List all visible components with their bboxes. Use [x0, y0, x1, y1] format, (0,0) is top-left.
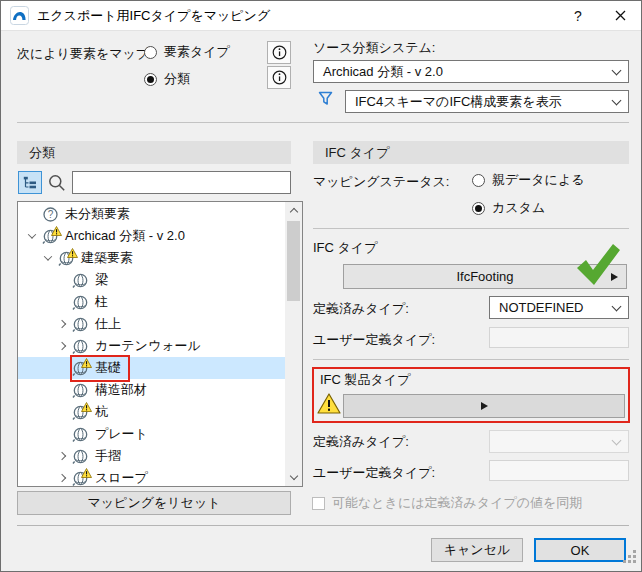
radio-checked-icon: [472, 202, 485, 215]
ifc-type-label: IFC タイプ: [313, 239, 377, 257]
tree-item-finish[interactable]: 仕上: [18, 313, 286, 335]
predefined-type-select[interactable]: NOTDEFINED: [489, 296, 629, 319]
tree-item-content: Archicad 分類 - v 2.0: [40, 225, 194, 247]
classification-icon: [58, 250, 75, 267]
tree-item-curtain-wall[interactable]: カーテンウォール: [18, 335, 286, 357]
tree-item-slope[interactable]: スロープ: [18, 467, 286, 487]
flyout-arrow-icon: [481, 402, 488, 410]
source-system-select[interactable]: Archicad 分類 - v 2.0: [313, 60, 629, 83]
tree-item-label: 建築要素: [81, 249, 133, 267]
cancel-button[interactable]: キャンセル: [431, 538, 523, 562]
scroll-down-button[interactable]: [285, 469, 302, 486]
ok-button[interactable]: OK: [534, 538, 626, 562]
info-icon: [272, 45, 287, 60]
tree-item-column[interactable]: 柱: [18, 291, 286, 313]
user-defined-type-input[interactable]: [489, 327, 629, 348]
classification-tree-box: ?未分類要素Archicad 分類 - v 2.0建築要素梁柱仕上カーテンウォー…: [17, 201, 303, 487]
tree-view-toggle-button[interactable]: [18, 171, 42, 194]
chevron-down-icon[interactable]: [24, 228, 40, 244]
tree-item-content: 仕上: [70, 313, 130, 335]
footer-separator: [17, 525, 629, 526]
close-button[interactable]: [599, 1, 641, 30]
classification-icon: [72, 448, 89, 465]
info-button-element-type[interactable]: [267, 41, 291, 64]
scrollbar-thumb[interactable]: [287, 221, 300, 301]
radio-classification[interactable]: 分類: [144, 70, 190, 88]
tree-item-content: 手摺: [70, 445, 130, 467]
tree-item-foundation[interactable]: 基礎: [18, 357, 286, 379]
tree-item-railing[interactable]: 手摺: [18, 445, 286, 467]
info-button-classification[interactable]: [267, 66, 291, 89]
expander-spacer: [54, 294, 70, 310]
chevron-down-icon: [612, 95, 622, 105]
tree-item-content: 構造部材: [70, 379, 156, 401]
radio-unchecked-icon: [144, 46, 157, 59]
radio-custom[interactable]: カスタム: [472, 199, 545, 217]
svg-text:?: ?: [48, 209, 54, 220]
tree-item-structural-member[interactable]: 構造部材: [18, 379, 286, 401]
separator: [313, 359, 629, 360]
reset-mapping-button[interactable]: マッピングをリセット: [17, 491, 291, 515]
classification-icon: [72, 316, 89, 333]
separator: [313, 228, 629, 229]
tree-item-content: プレート: [70, 423, 157, 445]
predefined-type-value: NOTDEFINED: [499, 300, 584, 315]
product-predefined-type-select: [489, 430, 629, 453]
radio-by-parent-data[interactable]: 親データによる: [472, 171, 585, 189]
warning-icon: [81, 356, 92, 371]
tree-item-label: 柱: [95, 293, 108, 311]
help-button[interactable]: ?: [557, 1, 599, 30]
scroll-up-button[interactable]: [285, 202, 302, 219]
chevron-right-icon[interactable]: [54, 316, 70, 332]
tree-item-pile[interactable]: 杭: [18, 401, 286, 423]
radio-checked-icon: [144, 73, 157, 86]
ifc-type-value: IfcFooting: [456, 269, 513, 284]
resize-grip[interactable]: [623, 550, 637, 567]
tree-item-beam[interactable]: 梁: [18, 269, 286, 291]
archicad-logo-icon: [10, 6, 29, 25]
product-user-defined-type-input: [489, 460, 629, 481]
tree-item-label: カーテンウォール: [95, 337, 201, 355]
radio-element-type[interactable]: 要素タイプ: [144, 43, 230, 61]
search-input[interactable]: [72, 171, 291, 194]
ifc-product-type-label: IFC 製品タイプ: [320, 371, 410, 389]
checkbox-unchecked-icon: [312, 497, 325, 510]
tree-item-content: カーテンウォール: [70, 335, 210, 357]
classification-icon: [72, 470, 89, 487]
chevron-down-icon: [612, 65, 622, 75]
predefined-type-label: 定義済みタイプ:: [313, 300, 409, 318]
tree-item-content: ?未分類要素: [40, 203, 139, 225]
radio-by-parent-data-label: 親データによる: [492, 171, 585, 189]
expander-spacer: [24, 206, 40, 222]
tree-item-label: Archicad 分類 - v 2.0: [65, 227, 185, 245]
tree-item-building-elements[interactable]: 建築要素: [18, 247, 286, 269]
sync-predefined-checkbox-label: 可能なときには定義済みタイプの値を同期: [332, 494, 582, 512]
warning-icon: [67, 246, 78, 261]
top-separator: [17, 122, 629, 123]
filter-select[interactable]: IFC4スキーマのIFC構成要素を表示: [345, 90, 629, 113]
radio-custom-label: カスタム: [492, 199, 545, 217]
classification-icon: [72, 382, 89, 399]
warning-icon: [51, 224, 62, 239]
tree-scrollbar[interactable]: [285, 202, 302, 486]
tree-item-plate[interactable]: プレート: [18, 423, 286, 445]
user-defined-type-label: ユーザー定義タイプ:: [313, 331, 435, 349]
radio-element-type-label: 要素タイプ: [164, 43, 230, 61]
chevron-right-icon[interactable]: [54, 338, 70, 354]
chevron-right-icon[interactable]: [54, 470, 70, 486]
warning-icon: [317, 393, 341, 417]
warning-icon: [81, 400, 92, 415]
tree-item-unclassified[interactable]: ?未分類要素: [18, 203, 286, 225]
expander-spacer: [54, 426, 70, 442]
close-icon: [615, 10, 626, 21]
chevron-right-icon[interactable]: [54, 448, 70, 464]
ifc-product-type-flyout-button[interactable]: [343, 394, 625, 418]
chevron-down-icon[interactable]: [40, 250, 56, 266]
classification-icon: [72, 338, 89, 355]
chevron-down-icon: [289, 472, 297, 480]
tree-item-archicad-classification[interactable]: Archicad 分類 - v 2.0: [18, 225, 286, 247]
tree-item-label: 杭: [95, 403, 108, 421]
classification-tree: ?未分類要素Archicad 分類 - v 2.0建築要素梁柱仕上カーテンウォー…: [18, 203, 286, 487]
classification-icon: [72, 360, 89, 377]
product-user-defined-type-label: ユーザー定義タイプ:: [313, 464, 435, 482]
